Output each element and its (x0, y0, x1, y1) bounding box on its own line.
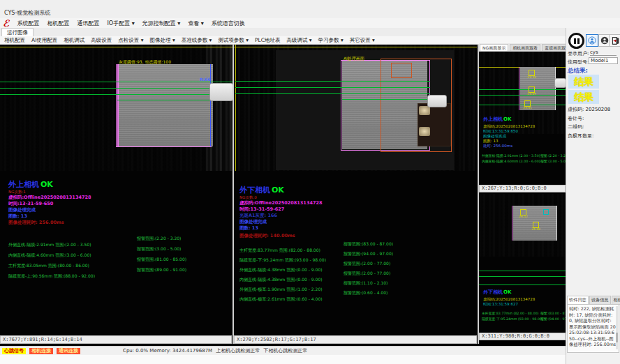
alarm-text: 报警范围:(83.00 - 87.00) (344, 241, 393, 248)
small-top-green-row: 内侧直线-隔膜:4.60mm (3.00 - 6.00) 报警:(3.00 - … (482, 159, 540, 163)
small-top-ok: OK (503, 116, 511, 122)
window-title: CYS-视觉检测系统 (4, 9, 50, 17)
small-bottom-camera-view[interactable]: 24.12 24.08 外下相机OK 虚拟码:2025020813134728 … (479, 194, 566, 332)
tool-baseline-params[interactable]: 基准线参数 ▾ (182, 37, 212, 44)
left-cam-roi-bottom-line (116, 146, 212, 147)
tool-image-processing[interactable]: 图像处理 ▾ (150, 37, 175, 44)
log-scrollbar[interactable] (616, 306, 618, 349)
mid-camera-view[interactable]: AI处理画面 外下相机OK NG次数:0 虚拟码:Offline20250208… (234, 45, 477, 335)
small-top-green-row: 外侧直线-隔膜:2.91mm (2.00 - 3.50) 报警:(2.20 - … (482, 153, 540, 158)
small-bottom-info-row: 虚拟码:2025020813134728 (483, 297, 535, 302)
left-cam-done: 图像处理完成 (8, 207, 36, 213)
mid-cam-metal-blob-2 (419, 127, 430, 136)
menu-bar: ℰ 系统配置 相机配置 通讯配置 IO手配置 ▾ 光源控制配置 ▾ 查看 ▾ 系… (0, 18, 620, 28)
small-top-camera-view[interactable]: 23.10 23.09 23.01 外上相机OK 虚拟码:20250208131… (479, 52, 566, 185)
mid-cam-coordinate-bar: X:270;Y:2502;R:17;G:17;B:17 (234, 335, 477, 344)
menu-io-config[interactable]: IO手配置 ▾ (107, 20, 134, 27)
small-top-annotation-label: 23.10 (527, 75, 536, 79)
user-filled-icon (600, 36, 609, 45)
left-cam-connector-part (209, 83, 232, 101)
lower-cam-heartbeat-text: 下相机心跳检测正常 (263, 347, 307, 354)
small-bottom-roi-line (512, 206, 512, 241)
left-cam-result-title: 外上相机OK (8, 179, 53, 190)
left-cam-elapsed: 图像处理耗时: 256.00ms (8, 220, 64, 226)
heartbeat-badge: 心跳信号 (2, 348, 26, 354)
small-top-info-row: 虚拟码:2025020813134728 (483, 124, 535, 129)
tool-camera-config[interactable]: 相机配置 (4, 37, 25, 44)
small-bottom-green-row: 主杆宽度:83.77mm (82.00 - 88.00) 报警:(83.00 -… (482, 311, 538, 315)
mid-cam-ai-overlay: AI处理画面 (344, 56, 364, 62)
small-bottom-result-title: 外下相机OK (483, 289, 511, 296)
app-logo-icon: ℰ (3, 19, 9, 28)
mid-cam-frame-count: 图数: 13 (239, 225, 258, 232)
virtual-code-value: 虚拟码: 20250208 (568, 106, 610, 113)
tool-other-settings[interactable]: 其它设置 ▾ (350, 37, 375, 44)
left-camera-view[interactable]: 灰度阈值:93, 动态阈值:100 R:66 外上相机OK NG次数:1 虚拟码… (0, 45, 232, 335)
tool-ai-usage-config[interactable]: AI使用配置 (31, 37, 57, 44)
small-top-coordinate-bar: X:267;Y:13;R:0;G:0;B:0 (479, 185, 566, 192)
tool-test-params[interactable]: 测试项参数 ▾ (218, 37, 249, 44)
tool-plc-address-table[interactable]: PLC地址表 (255, 37, 280, 44)
left-cam-product-region (117, 64, 213, 146)
left-cam-scanline (0, 47, 232, 47)
small-top-annotation-label: 23.01 (523, 106, 532, 109)
mid-cam-result-title: 外下相机OK (239, 185, 284, 195)
exit-button[interactable] (609, 34, 620, 47)
pause-button[interactable] (568, 33, 584, 49)
small-top-info-row: 耗时: 256.00ms (483, 144, 512, 149)
login-user-button[interactable] (586, 34, 598, 47)
menu-comm-config[interactable]: 通讯配置 (77, 20, 99, 27)
alarm-text: 报警:(83.00 - 87.00) (540, 311, 566, 315)
mid-cam-measure-line-3 (235, 93, 430, 94)
small-bottom-measure-line-3 (479, 285, 566, 285)
small-top-annotation-label: 23.09 (527, 92, 536, 96)
tool-camera-debug[interactable]: 相机调试 (64, 37, 84, 44)
model-value[interactable]: Model1 (589, 57, 618, 64)
mid-cam-measure-line-4 (342, 99, 430, 100)
qr-code-label: 二维码: (568, 123, 584, 130)
tool-learning-params[interactable]: 学习参数 ▾ (318, 37, 344, 44)
tool-spotcheck-settings[interactable]: 点检设置 ▾ (118, 37, 143, 44)
left-cam-time: 时间:13-31-59-650 (8, 201, 53, 207)
measure-text: 隔膜宽度-上:90.56mm 范围:(88.00 - 92.00) (8, 273, 95, 278)
login-user-value[interactable]: cys (590, 50, 617, 56)
menu-language-switch[interactable]: 系统语言切换 (212, 20, 245, 27)
mid-cam-barcode: 虚拟码:Offline2025020813134728 (239, 200, 323, 206)
exit-door-icon (611, 36, 620, 45)
menu-view[interactable]: 查看 ▾ (188, 20, 204, 27)
left-cam-measure-line-4 (117, 100, 212, 100)
log-scrollbar-thumb[interactable] (616, 333, 618, 342)
measure-text: 内侧直线-隔膜:4.60mm (3.00 - 6.00) (482, 160, 540, 163)
mid-cam-vertical-scanline (235, 45, 236, 171)
tool-advanced-debug[interactable]: 高级调试 ▾ (286, 37, 311, 44)
small-top-result-title: 外上相机OK (483, 116, 511, 123)
menu-camera-config[interactable]: 相机配置 (47, 20, 69, 27)
model-label: 使用型号: (568, 59, 589, 66)
mid-cam-measure-line-1 (235, 81, 430, 82)
pause-icon (574, 38, 576, 44)
small-bottom-measure-line-2 (479, 276, 566, 277)
mid-cam-measure-line-2 (235, 87, 430, 88)
left-cam-barcode: 虚拟码:Offline2025020813134728 (8, 195, 91, 201)
small-bottom-ok: OK (503, 289, 511, 295)
menu-light-config[interactable]: 光源控制配置 ▾ (142, 20, 181, 27)
left-cam-measure-row: 隔膜宽度-上:90.56mm 范围:(88.00 - 92.00) 报警范围:(… (8, 267, 95, 280)
alarm-text: 报警:(2.20 - 3.20) (540, 153, 566, 158)
reel-number-label: 卷针号: (568, 115, 584, 122)
mid-cam-connector-part (427, 95, 447, 107)
cpu-memory-text: Cpu: 0.0% Memory: 3424.4179687M (123, 348, 212, 354)
tool-advanced-settings[interactable]: 高级设置 (91, 37, 112, 44)
login-user-label: 登录用户: (568, 50, 589, 57)
small-cam-tab-strip: NG画面显示 相机画面观看 蓝膜画面观看 (479, 43, 566, 52)
alarm-text: 报警范围:(81.00 - 85.00) (137, 257, 186, 263)
tab-ng-view[interactable]: NG画面显示 (480, 44, 508, 51)
upper-cam-heartbeat-text: 上相机心跳检测正常 (216, 347, 260, 354)
mid-cam-elapsed: 图像处理耗时: 140.00ms (239, 233, 295, 239)
tab-camera-view[interactable]: 相机画面观看 (510, 44, 540, 51)
mid-cam-ng-count: NG次数:0 (239, 195, 257, 200)
menu-system-config[interactable]: 系统配置 (17, 20, 39, 27)
camera-connect-badge: 相机连接 (29, 348, 53, 354)
mid-cam-ai-subbox (391, 63, 412, 78)
small-top-connector-part (554, 78, 566, 88)
small-bottom-name: 外下相机 (483, 289, 503, 295)
